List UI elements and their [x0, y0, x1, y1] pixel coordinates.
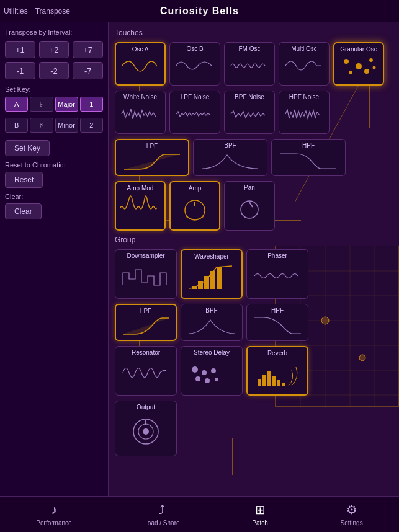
amp-module[interactable]: Amp — [169, 181, 220, 231]
granular-osc-module[interactable]: Granular Osc — [333, 42, 384, 86]
hpf-noise-label: HPF Noise — [289, 94, 319, 100]
downsampler-wave — [118, 260, 174, 291]
g-hpf-module[interactable]: HPF — [246, 304, 308, 341]
amp-mod-label: Amp Mod — [127, 185, 154, 192]
clear-label: Clear: — [5, 193, 103, 200]
group-title: Group — [115, 236, 393, 244]
header-nav[interactable]: Utilities Transpose — [4, 7, 70, 16]
phaser-module[interactable]: Phaser — [246, 249, 308, 299]
key-sharp[interactable]: ♯ — [30, 118, 53, 133]
interval-minus2[interactable]: -2 — [39, 62, 69, 79]
bpf-noise-module[interactable]: BPF Noise — [224, 91, 275, 134]
load-share-icon: ⤴ — [159, 503, 165, 517]
key-major[interactable]: Major — [55, 97, 78, 112]
transpose-link[interactable]: Transpose — [35, 7, 70, 16]
key-grid: A ♭ Major 1 — [5, 97, 103, 112]
output-label: Output — [137, 404, 155, 410]
interval-plus7[interactable]: +7 — [73, 41, 103, 58]
interval-minus1[interactable]: -1 — [5, 62, 35, 79]
svg-point-38 — [143, 428, 149, 435]
svg-point-25 — [202, 370, 207, 375]
key-minor[interactable]: Minor — [55, 118, 78, 133]
svg-point-24 — [192, 366, 198, 373]
multi-osc-label: Multi Osc — [291, 45, 317, 52]
svg-rect-30 — [258, 379, 261, 386]
key-flat[interactable]: ♭ — [30, 97, 53, 112]
fm-osc-module[interactable]: FM Osc — [224, 42, 275, 86]
output-module[interactable]: Output — [115, 401, 177, 456]
reverb-wave — [250, 358, 305, 389]
bpf-noise-wave — [227, 102, 272, 126]
fm-osc-label: FM Osc — [239, 45, 261, 52]
multi-osc-module[interactable]: Multi Osc — [279, 42, 330, 86]
reset-button[interactable]: Reset — [5, 172, 43, 188]
svg-rect-34 — [277, 380, 280, 386]
lpf-noise-label: LPF Noise — [181, 94, 210, 100]
hpf-noise-module[interactable]: HPF Noise — [279, 91, 330, 134]
svg-line-18 — [249, 202, 253, 207]
white-noise-label: White Noise — [123, 94, 157, 100]
interval-plus2[interactable]: +2 — [39, 41, 69, 58]
g-lpf-label: LPF — [140, 308, 151, 314]
svg-rect-23 — [217, 267, 222, 289]
white-noise-module[interactable]: White Noise — [115, 91, 166, 134]
white-noise-wave — [118, 102, 163, 126]
g-bpf-module[interactable]: BPF — [181, 304, 243, 341]
granular-osc-label: Granular Osc — [340, 46, 377, 53]
group-filter-row: LPF BPF HPF — [115, 304, 393, 341]
downsampler-module[interactable]: Downsampler — [115, 249, 177, 299]
svg-rect-33 — [272, 376, 276, 386]
amp-row: Amp Mod Amp Pan — [115, 181, 393, 231]
patch-label: Patch — [252, 520, 268, 526]
footer: ♪ Performance ⤴ Load / Share ⊞ Patch ⚙ S… — [0, 496, 399, 532]
amp-mod-module[interactable]: Amp Mod — [115, 181, 166, 231]
patch-icon: ⊞ — [255, 502, 266, 517]
noise-row: White Noise LPF Noise BPF Noise — [115, 91, 393, 134]
footer-load-share[interactable]: ⤴ Load / Share — [144, 503, 179, 526]
waveshaper-label: Waveshaper — [194, 253, 229, 260]
key-row2: B ♯ Minor 2 — [5, 118, 103, 133]
g-hpf-wave — [249, 315, 305, 337]
group-row: Downsampler Waveshaper — [115, 249, 393, 299]
waveshaper-module[interactable]: Waveshaper — [181, 249, 243, 299]
svg-point-29 — [215, 378, 218, 381]
utilities-link[interactable]: Utilities — [4, 7, 28, 16]
g-lpf-module[interactable]: LPF — [115, 304, 177, 341]
interval-row-neg: -1 -2 -7 — [5, 62, 103, 79]
performance-label: Performance — [36, 520, 71, 526]
key-b[interactable]: B — [5, 118, 28, 133]
header: Utilities Transpose Curiosity Bells — [0, 0, 399, 22]
lpf-noise-module[interactable]: LPF Noise — [169, 91, 220, 134]
bpf-module[interactable]: BPF — [193, 139, 267, 176]
resonator-module[interactable]: Resonator — [115, 346, 177, 396]
osc-a-module[interactable]: Osc A — [115, 42, 166, 86]
osc-a-wave — [119, 54, 162, 79]
bpf-noise-label: BPF Noise — [235, 94, 264, 100]
footer-performance[interactable]: ♪ Performance — [36, 503, 71, 526]
key-1[interactable]: 1 — [80, 97, 103, 112]
pan-module[interactable]: Pan — [224, 181, 275, 231]
stereo-delay-module[interactable]: Stereo Delay — [181, 346, 243, 396]
hpf-module[interactable]: HPF — [271, 139, 346, 176]
reverb-module[interactable]: Reverb — [246, 346, 308, 396]
key-2[interactable]: 2 — [80, 118, 103, 133]
clear-button[interactable]: Clear — [5, 203, 42, 219]
effects-row: Resonator Stereo Delay — [115, 346, 393, 396]
set-key-button[interactable]: Set Key — [5, 140, 50, 156]
footer-settings[interactable]: ⚙ Settings — [341, 502, 363, 526]
key-a[interactable]: A — [5, 97, 28, 112]
svg-rect-31 — [262, 375, 266, 386]
interval-plus1[interactable]: +1 — [5, 41, 35, 58]
osc-b-label: Osc B — [186, 45, 203, 52]
svg-point-26 — [211, 368, 216, 373]
interval-minus7[interactable]: -7 — [73, 62, 103, 79]
bpf-label: BPF — [224, 142, 236, 149]
resonator-wave — [118, 357, 174, 388]
osc-b-module[interactable]: Osc B — [169, 42, 220, 86]
stereo-delay-wave — [184, 357, 240, 388]
transpose-label: Transpose by Interval: — [5, 29, 103, 36]
svg-point-13 — [349, 71, 352, 74]
footer-patch[interactable]: ⊞ Patch — [252, 502, 268, 526]
fm-osc-wave — [227, 53, 272, 78]
lpf-module[interactable]: LPF — [115, 139, 189, 176]
